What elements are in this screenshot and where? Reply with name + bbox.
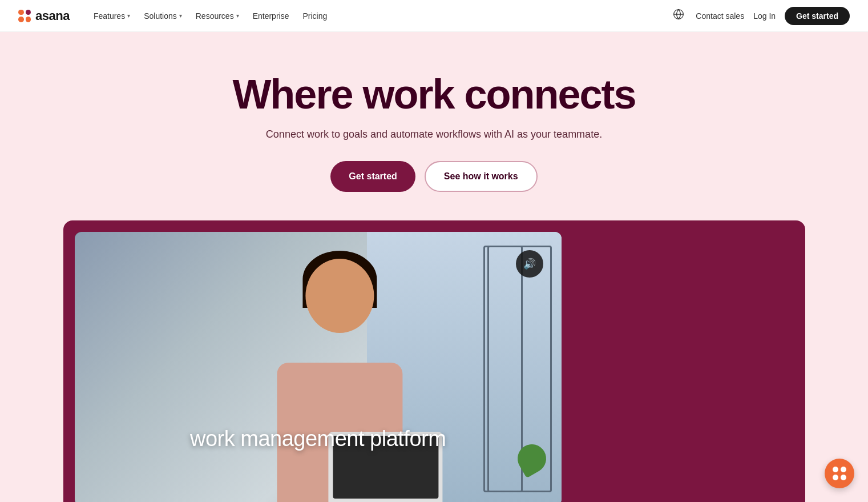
video-overlay-text: work management platform [190, 427, 446, 451]
hero-subtitle: Connect work to goals and automate workf… [11, 128, 857, 140]
video-container: work management platform 🔊 [63, 220, 805, 502]
hero-buttons: Get started See how it works [11, 161, 857, 192]
navbar: asana Features ▾ Solutions ▾ Resources ▾… [0, 0, 868, 32]
hero-section: Where work connects Connect work to goal… [0, 32, 868, 502]
nav-get-started-button[interactable]: Get started [785, 7, 850, 25]
contact-sales-button[interactable]: Contact sales [696, 11, 744, 21]
hero-see-how-button[interactable]: See how it works [425, 161, 538, 192]
orb-icon [833, 467, 846, 480]
nav-links: Features ▾ Solutions ▾ Resources ▾ Enter… [88, 8, 671, 24]
hero-title: Where work connects [11, 72, 857, 117]
logo-icon [18, 10, 31, 22]
person-head [306, 259, 374, 333]
mute-button[interactable]: 🔊 [516, 250, 543, 278]
help-orb-button[interactable] [825, 459, 854, 488]
nav-solutions[interactable]: Solutions ▾ [138, 8, 188, 24]
hero-get-started-button[interactable]: Get started [330, 161, 415, 192]
logo-text: asana [35, 9, 70, 23]
nav-pricing[interactable]: Pricing [297, 8, 333, 24]
logo-link[interactable]: asana [18, 9, 70, 23]
chevron-down-icon: ▾ [236, 13, 239, 19]
chevron-down-icon: ▾ [127, 13, 130, 19]
nav-features[interactable]: Features ▾ [88, 8, 136, 24]
nav-resources[interactable]: Resources ▾ [190, 8, 245, 24]
plant-leaves [512, 439, 551, 478]
video-player[interactable]: work management platform 🔊 [75, 232, 562, 502]
volume-icon: 🔊 [523, 258, 536, 270]
video-background [75, 232, 562, 502]
nav-enterprise[interactable]: Enterprise [247, 8, 295, 24]
person-figure [231, 246, 450, 502]
language-button[interactable] [671, 6, 687, 25]
chevron-down-icon: ▾ [179, 13, 182, 19]
login-button[interactable]: Log In [753, 11, 776, 21]
nav-right: Contact sales Log In Get started [671, 6, 850, 25]
plant-decoration [518, 444, 552, 479]
